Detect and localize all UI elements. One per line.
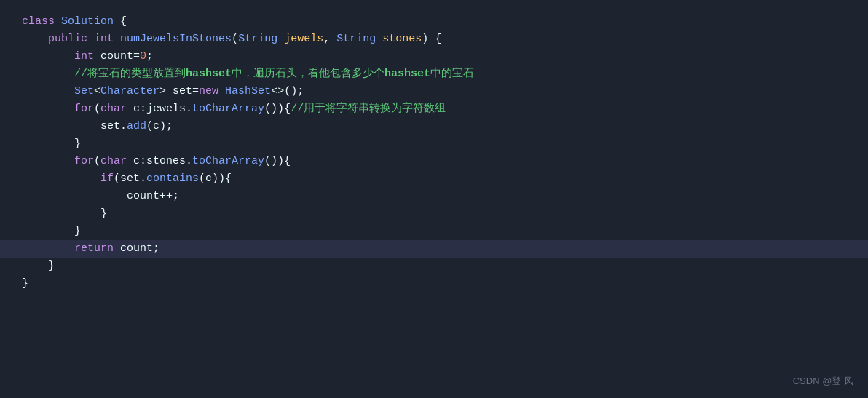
code-line-5: Set < Character > set= new HashSet <>(); [0,83,868,100]
code-line-16: } [0,275,868,292]
code-line-15: } [0,258,868,275]
code-line-8: } [0,135,868,153]
keyword-class: class [22,13,55,31]
code-line-1: class Solution { [0,13,868,31]
code-line-2: public int numJewelsInStones ( String je… [0,31,868,48]
code-line-14: return count; [0,240,868,258]
code-line-13: } [0,223,868,240]
class-name: Solution [61,13,114,31]
code-line-4: //将宝石的类型放置到hashset中，遍历石头，看他包含多少个hashset中… [0,65,868,83]
code-container: class Solution { public int numJewelsInS… [0,0,868,398]
code-line-9: for ( char c:stones. toCharArray ()){ [0,153,868,170]
code-line-10: if (set. contains (c)){ [0,170,868,188]
code-line-12: } [0,205,868,223]
code-line-6: for ( char c:jewels. toCharArray ()){ //… [0,100,868,118]
code-line-11: count++; [0,188,868,205]
code-line-7: set. add (c); [0,118,868,135]
watermark: CSDN @登 风 [793,374,853,389]
code-line-3: int count= 0 ; [0,48,868,65]
